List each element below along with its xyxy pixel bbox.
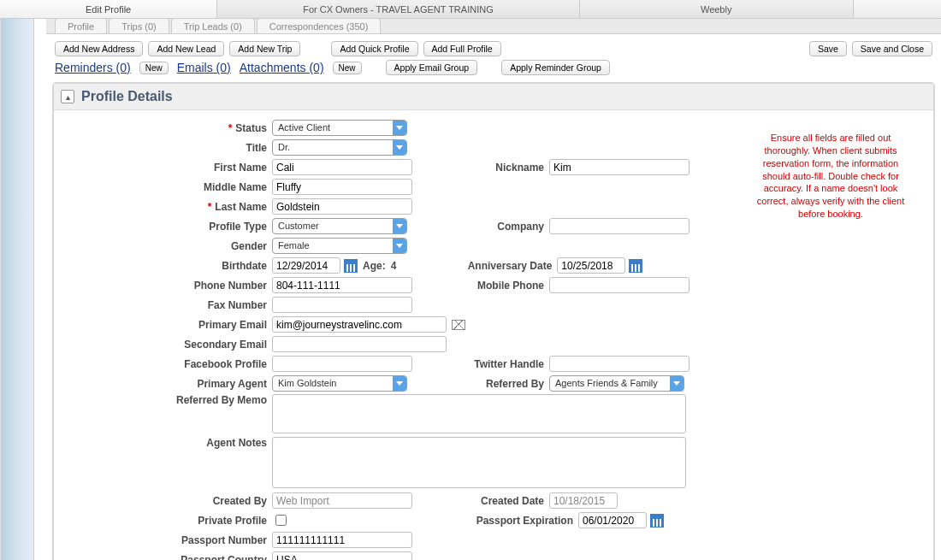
private-profile-checkbox[interactable]: [275, 515, 287, 526]
left-sidebar: [0, 19, 34, 560]
nickname-input[interactable]: [549, 159, 689, 175]
attachments-link[interactable]: Attachments (0): [240, 61, 324, 74]
profile-type-value: Customer: [273, 219, 393, 233]
toolbar: Add New Address Add New Lead Add New Tri…: [46, 34, 941, 60]
subtab-leads[interactable]: Trip Leads (0): [171, 18, 255, 33]
label-nickname: Nickname: [438, 162, 549, 174]
primary-agent-value: Kim Goldstein: [273, 376, 393, 391]
label-gender: Gender: [62, 240, 272, 252]
save-button[interactable]: Save: [809, 41, 847, 56]
label-mobile: Mobile Phone: [438, 280, 549, 292]
panel-header: ▴ Profile Details: [54, 84, 933, 110]
passport-exp-input[interactable]: [578, 512, 647, 528]
passport-number-input[interactable]: [272, 532, 412, 548]
label-facebook: Facebook Profile: [62, 358, 272, 370]
profile-details-panel: ▴ Profile Details Ensure all fields are …: [52, 82, 935, 560]
calendar-icon[interactable]: [629, 259, 642, 273]
label-anniversary: Anniversary Date: [429, 260, 557, 272]
add-lead-button[interactable]: Add New Lead: [148, 41, 224, 56]
secondary-email-input[interactable]: [272, 336, 447, 352]
profile-type-select[interactable]: Customer: [272, 218, 407, 234]
label-twitter: Twitter Handle: [438, 358, 549, 370]
label-secondary-email: Secondary Email: [62, 339, 272, 351]
first-name-input[interactable]: [272, 159, 412, 175]
collapse-icon[interactable]: ▴: [61, 90, 74, 103]
anniversary-input[interactable]: [557, 257, 625, 274]
primary-agent-select[interactable]: Kim Goldstein: [272, 375, 407, 392]
label-primary-email: Primary Email: [62, 319, 272, 331]
calendar-icon[interactable]: [650, 514, 664, 528]
referred-memo-input[interactable]: [272, 394, 686, 433]
facebook-input[interactable]: [272, 356, 412, 372]
subtab-correspondences[interactable]: Correspondences (350): [257, 18, 382, 33]
calendar-icon[interactable]: [344, 259, 358, 273]
chevron-down-icon: [393, 376, 406, 391]
passport-country-input[interactable]: [272, 551, 412, 560]
subtab-profile[interactable]: Profile: [55, 18, 107, 33]
gender-select[interactable]: Female: [272, 238, 407, 254]
label-referred-by: Referred By: [438, 378, 549, 390]
new-reminder-button[interactable]: New: [139, 62, 169, 74]
tab-edit-profile[interactable]: Edit Profile: [0, 0, 217, 18]
label-agent-notes: Agent Notes: [62, 437, 272, 449]
subtab-trips[interactable]: Trips (0): [109, 18, 169, 33]
save-close-button[interactable]: Save and Close: [852, 41, 932, 56]
label-referred-memo: Referred By Memo: [62, 394, 272, 406]
new-attachment-button[interactable]: New: [333, 62, 362, 74]
link-bar: Reminders (0) New Emails (0) Attachments…: [46, 60, 941, 82]
status-select[interactable]: Active Client: [272, 120, 407, 136]
label-phone: Phone Number: [62, 280, 272, 292]
warning-text: Ensure all fields are filled out thoroug…: [754, 132, 908, 221]
chevron-down-icon: [393, 140, 406, 155]
sidebar-gap: [34, 19, 46, 560]
label-created-by: Created By: [62, 495, 272, 507]
mobile-input[interactable]: [549, 277, 689, 293]
label-passport-exp: Passport Expiration: [443, 515, 578, 527]
chevron-down-icon: [393, 219, 406, 233]
panel-title: Profile Details: [81, 89, 173, 104]
middle-name-input[interactable]: [272, 179, 412, 195]
status-value: Active Client: [273, 121, 393, 135]
add-trip-button[interactable]: Add New Trip: [229, 41, 300, 56]
add-full-profile-button[interactable]: Add Full Profile: [423, 41, 501, 56]
label-passport-country: Passport Country: [62, 554, 272, 561]
gender-value: Female: [273, 239, 393, 253]
title-value: Dr.: [273, 140, 393, 155]
primary-email-input[interactable]: [272, 316, 447, 333]
mail-icon[interactable]: [452, 320, 465, 330]
label-primary-agent: Primary Agent: [62, 378, 272, 390]
birthdate-input[interactable]: [272, 257, 340, 274]
agent-notes-input[interactable]: [272, 437, 686, 488]
age-value: 4: [391, 260, 397, 272]
chevron-down-icon: [393, 239, 406, 253]
apply-reminder-group-button[interactable]: Apply Reminder Group: [501, 60, 610, 75]
profile-subtabs: Profile Trips (0) Trip Leads (0) Corresp…: [46, 19, 941, 34]
label-status: Status: [235, 122, 267, 134]
label-created-date: Created Date: [438, 495, 549, 507]
fax-input[interactable]: [272, 297, 412, 313]
title-select[interactable]: Dr.: [272, 139, 407, 156]
tab-training[interactable]: For CX Owners - TRAVEL AGENT TRAINING: [217, 0, 580, 18]
referred-by-value: Agents Friends & Family: [550, 376, 670, 391]
last-name-input[interactable]: [272, 198, 412, 215]
tab-weebly[interactable]: Weebly: [580, 0, 854, 18]
label-last-name: Last Name: [215, 201, 267, 213]
label-birthdate: Birthdate: [62, 260, 272, 272]
label-company: Company: [438, 221, 549, 233]
label-passport-number: Passport Number: [62, 534, 272, 546]
label-title: Title: [62, 142, 272, 154]
chevron-down-icon: [670, 376, 684, 391]
add-address-button[interactable]: Add New Address: [55, 41, 143, 56]
label-fax: Fax Number: [62, 299, 272, 311]
browser-tabs: Edit Profile For CX Owners - TRAVEL AGEN…: [0, 0, 941, 19]
apply-email-group-button[interactable]: Apply Email Group: [386, 60, 478, 75]
referred-by-select[interactable]: Agents Friends & Family: [549, 375, 684, 392]
phone-input[interactable]: [272, 277, 412, 293]
emails-link[interactable]: Emails (0): [177, 61, 231, 74]
reminders-link[interactable]: Reminders (0): [55, 61, 131, 74]
twitter-input[interactable]: [549, 356, 689, 372]
company-input[interactable]: [549, 218, 689, 234]
add-quick-profile-button[interactable]: Add Quick Profile: [331, 41, 417, 56]
chevron-down-icon: [393, 121, 406, 135]
label-profile-type: Profile Type: [62, 221, 272, 233]
